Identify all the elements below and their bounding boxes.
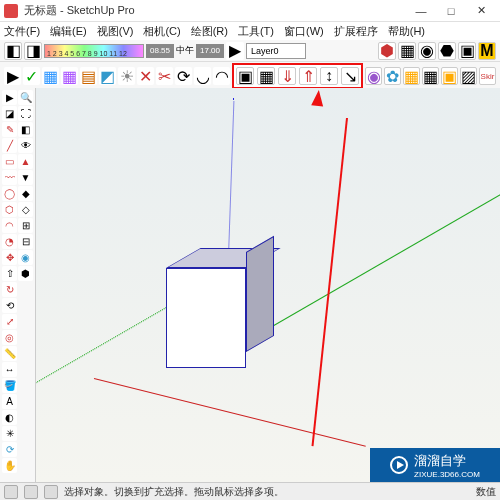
box-front-face (166, 268, 246, 368)
tool-btn[interactable]: ▨ (460, 67, 477, 85)
status-icon-1[interactable] (4, 485, 18, 499)
pie-tool[interactable]: ◔ (2, 234, 17, 249)
watermark-url: ZIXUE.3D66.COM (414, 470, 480, 479)
zoom-tool[interactable]: 🔍 (18, 90, 33, 105)
minimize-button[interactable]: — (406, 1, 436, 21)
tool-btn[interactable]: ✿ (384, 67, 401, 85)
close-button[interactable]: ✕ (466, 1, 496, 21)
tool-btn[interactable]: ◉ (365, 67, 382, 85)
scale-tool[interactable]: ⤢ (2, 314, 17, 329)
annotation-arrow-line (312, 118, 348, 446)
line-tool[interactable]: ╱ (2, 138, 17, 153)
tool-btn[interactable]: ▦ (422, 67, 439, 85)
tool-icon[interactable]: ◡ (194, 67, 211, 85)
menu-file[interactable]: 文件(F) (4, 24, 40, 39)
tape-tool[interactable]: 📏 (2, 346, 17, 361)
pencil-tool[interactable]: ✎ (2, 122, 17, 137)
tool[interactable]: ⊟ (18, 234, 33, 249)
window-title: 无标题 - SketchUp Pro (24, 3, 406, 18)
menubar: 文件(F) 编辑(E) 视图(V) 相机(C) 绘图(R) 工具(T) 窗口(W… (0, 22, 500, 40)
app-icon (4, 4, 18, 18)
highlight-tool-1[interactable]: ▣ (236, 67, 254, 85)
rotate-tool[interactable]: ↻ (2, 282, 17, 297)
noon-label: 中午 (176, 44, 194, 57)
lock-icon[interactable]: ✓ (23, 67, 40, 85)
protractor-tool[interactable]: ◐ (2, 410, 17, 425)
tool-btn[interactable]: ▣ (441, 67, 458, 85)
menu-draw[interactable]: 绘图(R) (191, 24, 228, 39)
menu-help[interactable]: 帮助(H) (388, 24, 425, 39)
tool[interactable]: ▲ (18, 154, 33, 169)
menu-tools[interactable]: 工具(T) (238, 24, 274, 39)
time-display-1: 08.55 (146, 44, 174, 58)
tool[interactable]: ◇ (18, 202, 33, 217)
tool[interactable]: ▼ (18, 170, 33, 185)
cutter-icon[interactable]: ◩ (99, 67, 116, 85)
tool-icon[interactable]: ⟳ (175, 67, 192, 85)
viewport-3d[interactable] (36, 88, 500, 482)
titlebar: 无标题 - SketchUp Pro — □ ✕ (0, 0, 500, 22)
section-tool[interactable]: ◧ (18, 122, 33, 137)
status-icon-2[interactable] (24, 485, 38, 499)
polygon-tool[interactable]: ⬡ (2, 202, 17, 217)
highlighted-tools: ▣ ▦ ⇓ ⇑ ↕ ↘ (232, 63, 363, 89)
text-tool[interactable]: A (2, 394, 17, 409)
menu-camera[interactable]: 相机(C) (143, 24, 180, 39)
tool-btn[interactable]: ⬢ (378, 42, 396, 60)
highlight-tool-2[interactable]: ▦ (257, 67, 275, 85)
follow-tool[interactable]: ⟲ (2, 298, 17, 313)
tool-icon[interactable]: ✂ (156, 67, 173, 85)
push-tool[interactable]: ⇧ (2, 266, 17, 281)
zoom-extents-tool[interactable]: ⛶ (18, 106, 33, 121)
maximize-button[interactable]: □ (436, 1, 466, 21)
tool-btn[interactable]: ▦ (398, 42, 416, 60)
box-icon[interactable]: ▦ (42, 67, 59, 85)
highlight-tool-4[interactable]: ⇑ (299, 67, 317, 85)
move-tool[interactable]: ✥ (2, 250, 17, 265)
tool-icon[interactable]: ✕ (137, 67, 154, 85)
arc-tool[interactable]: ◠ (2, 218, 17, 233)
circle-tool[interactable]: ◯ (2, 186, 17, 201)
menu-edit[interactable]: 编辑(E) (50, 24, 87, 39)
tool-icon[interactable]: ◠ (213, 67, 230, 85)
tool-btn[interactable]: ▣ (458, 42, 476, 60)
tool-btn[interactable]: ▦ (403, 67, 420, 85)
tool-btn[interactable]: Skir (479, 67, 496, 85)
freehand-tool[interactable]: 〰 (2, 170, 17, 185)
highlight-tool-6[interactable]: ↘ (341, 67, 359, 85)
layers-icon[interactable]: ▤ (80, 67, 97, 85)
tool-btn[interactable]: ◉ (418, 42, 436, 60)
menu-view[interactable]: 视图(V) (97, 24, 134, 39)
highlight-tool-3[interactable]: ⇓ (278, 67, 296, 85)
tool[interactable]: ◪ (2, 106, 17, 121)
offset-tool[interactable]: ◎ (2, 330, 17, 345)
status-icon-3[interactable] (44, 485, 58, 499)
select-icon[interactable]: ▶ (4, 67, 21, 85)
menu-window[interactable]: 窗口(W) (284, 24, 324, 39)
layer-selector[interactable]: Layer0 (246, 43, 306, 59)
tool-btn[interactable]: ◨ (24, 42, 42, 60)
tool[interactable]: ⊞ (18, 218, 33, 233)
cube-icon[interactable]: ▦ (61, 67, 78, 85)
watermark-brand: 溜溜自学 (414, 452, 480, 470)
tool[interactable]: ⬢ (18, 266, 33, 281)
warehouse-icon[interactable]: M (478, 42, 496, 60)
left-toolbar: ▶ ◪ ✎ ╱ ▭ 〰 ◯ ⬡ ◠ ◔ ✥ ⇧ ↻ ⟲ ⤢ ◎ 📏 ↔ 🪣 A … (0, 88, 36, 482)
dimension-tool[interactable]: ↔ (2, 362, 17, 377)
select-tool[interactable]: ▶ (2, 90, 17, 105)
sun-icon[interactable]: ☀ (118, 67, 135, 85)
paint-tool[interactable]: 🪣 (2, 378, 17, 393)
orbit-tool[interactable]: ⟳ (2, 442, 17, 457)
tool-btn[interactable]: ◧ (4, 42, 22, 60)
rect-tool[interactable]: ▭ (2, 154, 17, 169)
tool-btn[interactable]: ⬣ (438, 42, 456, 60)
tool[interactable]: ◆ (18, 186, 33, 201)
color-gradient[interactable]: 1 2 3 4 5 6 7 8 9 10 11 12 (44, 44, 144, 58)
highlight-tool-5[interactable]: ↕ (320, 67, 338, 85)
select-icon[interactable]: ▶ (226, 42, 244, 60)
menu-extensions[interactable]: 扩展程序 (334, 24, 378, 39)
pan-tool[interactable]: ✋ (2, 458, 17, 473)
walk-tool[interactable]: 👁 (18, 138, 33, 153)
tool[interactable]: ◉ (18, 250, 33, 265)
axes-tool[interactable]: ✳ (2, 426, 17, 441)
